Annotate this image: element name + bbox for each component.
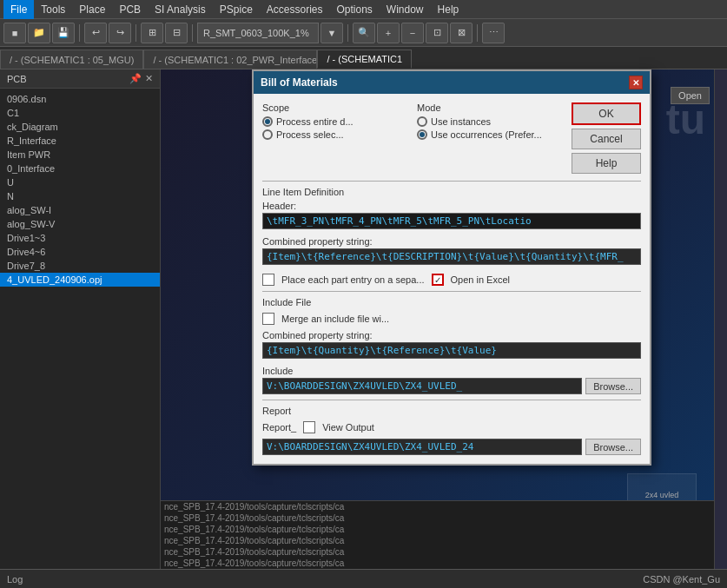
line-item-section: Line Item Definition Header: Combined pr…: [262, 187, 641, 286]
dialog-buttons: OK Cancel Help: [572, 102, 641, 174]
sidebar-item-rinterface[interactable]: R_Interface: [0, 134, 160, 148]
sidebar-item-alog-swi[interactable]: alog_SW-I: [0, 203, 160, 217]
menu-file[interactable]: File: [3, 0, 34, 19]
menu-pcb[interactable]: PCB: [112, 0, 148, 19]
include-file-section: Include File Merge an include file wi...…: [262, 297, 641, 394]
sidebar-item-itempwr[interactable]: Item PWR: [0, 148, 160, 162]
merge-checkbox[interactable]: [262, 313, 274, 325]
component-dropdown[interactable]: R_SMT_0603_100K_1%: [197, 23, 319, 43]
toolbar-zoom-fit-btn[interactable]: ⊡: [426, 23, 448, 43]
sidebar-item-0interface[interactable]: 0_Interface: [0, 162, 160, 175]
divider-1: [262, 181, 641, 182]
toolbar-sep-3: [192, 24, 193, 42]
mode-radio-2[interactable]: [417, 129, 427, 140]
merge-row: Merge an include file wi...: [262, 313, 641, 325]
toolbar-search-btn[interactable]: 🔍: [353, 23, 375, 43]
toolbar-open-btn[interactable]: 📁: [28, 23, 50, 43]
sidebar-item-opj[interactable]: 4_UVLED_240906.opj: [0, 273, 160, 287]
toolbar-new-btn[interactable]: ■: [3, 23, 26, 43]
include-browse-button[interactable]: Browse...: [585, 378, 641, 394]
scope-option-1-label: Process entire d...: [276, 116, 354, 127]
sidebar-item-drive78[interactable]: Drive7_8: [0, 259, 160, 273]
menu-options[interactable]: Options: [330, 0, 380, 19]
menu-help[interactable]: Help: [431, 0, 466, 19]
include-file-label: Include File: [262, 297, 641, 307]
scope-section: Scope Process entire d... Process selec.…: [262, 102, 408, 174]
menu-pspice[interactable]: PSpice: [213, 0, 260, 19]
tab-1[interactable]: / - (SCHEMATIC1 : 02_PWR_Interface): [143, 50, 317, 69]
report-label: Report: [262, 406, 641, 416]
toolbar-redo-btn[interactable]: ↪: [109, 23, 131, 43]
status-log-label: Log: [7, 574, 23, 585]
tab-0[interactable]: / - (SCHEMATIC1 : 05_MGU): [0, 50, 143, 69]
log-item-1: nce_SPB_17.4-2019/tools/capture/tclscrip…: [161, 501, 714, 512]
help-button[interactable]: Help: [572, 153, 641, 174]
include-path-input[interactable]: [262, 378, 582, 394]
place-each-label: Place each part entry on a sepa...: [281, 274, 425, 285]
report-browse-button[interactable]: Browse...: [585, 439, 641, 455]
merge-label: Merge an include file wi...: [281, 314, 389, 324]
include-path-label: Include: [262, 366, 641, 376]
mode-radio-1[interactable]: [417, 116, 427, 127]
sidebar-content: 0906.dsn C1 ck_Diagram R_Interface Item …: [0, 89, 160, 569]
cancel-button[interactable]: Cancel: [572, 129, 641, 149]
sidebar-header: PCB 📌 ✕: [0, 69, 160, 89]
sidebar-item-n[interactable]: N: [0, 189, 160, 203]
toolbar-save-btn[interactable]: 💾: [52, 23, 75, 43]
mode-option-1[interactable]: Use instances: [417, 116, 563, 127]
toolbar-extra-btn[interactable]: ⋯: [482, 23, 505, 43]
divider-2: [262, 291, 641, 292]
toolbar-undo-btn[interactable]: ↩: [84, 23, 107, 43]
log-item-4: nce_SPB_17.4-2019/tools/capture/tclscrip…: [161, 535, 714, 546]
sidebar-item-dsn[interactable]: 0906.dsn: [0, 92, 160, 106]
header-input[interactable]: [262, 213, 641, 229]
dropdown-arrow[interactable]: ▼: [321, 23, 343, 43]
toolbar-mirror-btn[interactable]: ⊟: [165, 23, 188, 43]
sidebar-item-c1[interactable]: C1: [0, 106, 160, 120]
dialog-close-button[interactable]: ✕: [629, 76, 643, 89]
dialog-title: Bill of Materials: [261, 76, 338, 89]
log-item-3: nce_SPB_17.4-2019/tools/capture/tclscrip…: [161, 524, 714, 535]
menu-si-analysis[interactable]: SI Analysis: [148, 0, 213, 19]
combined-string-input[interactable]: [262, 342, 641, 359]
report-path-input[interactable]: [262, 439, 582, 455]
log-item-2: nce_SPB_17.4-2019/tools/capture/tclscrip…: [161, 512, 714, 524]
sidebar-close-icon[interactable]: ✕: [145, 73, 153, 84]
divider-3: [262, 400, 641, 400]
view-output-label: View Output: [322, 422, 374, 433]
menu-accessories[interactable]: Accessories: [260, 0, 330, 19]
sidebar-item-drive13[interactable]: Drive1~3: [0, 231, 160, 245]
menu-tools[interactable]: Tools: [34, 0, 72, 19]
scope-option-1[interactable]: Process entire d...: [262, 116, 408, 127]
dialog-titlebar: Bill of Materials ✕: [254, 71, 650, 94]
open-excel-checkbox[interactable]: [432, 274, 444, 286]
menu-bar: File Tools Place PCB SI Analysis PSpice …: [0, 0, 727, 19]
scope-radio-1[interactable]: [262, 116, 273, 127]
sidebar-item-alog-swv[interactable]: alog_SW-V: [0, 217, 160, 231]
report-prefix-label: Report_: [262, 422, 296, 433]
toolbar-zoom-in-btn[interactable]: +: [377, 23, 400, 43]
status-bar: Log CSDN @Kent_Gu: [0, 569, 727, 588]
sidebar-item-drive46[interactable]: Drive4~6: [0, 245, 160, 259]
view-output-checkbox[interactable]: [303, 421, 315, 433]
mode-option-2[interactable]: Use occurrences (Prefer...: [417, 129, 563, 140]
tab-2[interactable]: / - (SCHEMATIC1: [317, 50, 412, 69]
open-button[interactable]: Open: [671, 87, 710, 104]
menu-place[interactable]: Place: [72, 0, 112, 19]
combined-prop-input[interactable]: [262, 248, 641, 265]
sidebar-pin-icon[interactable]: 📌: [129, 73, 142, 84]
mode-option-1-label: Use instances: [431, 116, 491, 127]
sidebar-item-u[interactable]: U: [0, 175, 160, 189]
include-path-row: Browse...: [262, 378, 641, 394]
scope-radio-2[interactable]: [262, 129, 273, 140]
scope-option-2[interactable]: Process selec...: [262, 129, 408, 140]
menu-window[interactable]: Window: [380, 0, 431, 19]
place-each-checkbox[interactable]: [262, 274, 274, 286]
toolbar-zoom-btn2[interactable]: ⊠: [450, 23, 473, 43]
line-item-label: Line Item Definition: [262, 187, 641, 197]
combined-prop-label: Combined property string:: [262, 236, 641, 247]
ok-button[interactable]: OK: [572, 102, 641, 125]
sidebar-item-diagram[interactable]: ck_Diagram: [0, 120, 160, 134]
toolbar-zoom-out-btn[interactable]: −: [401, 23, 424, 43]
toolbar-align-btn[interactable]: ⊞: [141, 23, 163, 43]
